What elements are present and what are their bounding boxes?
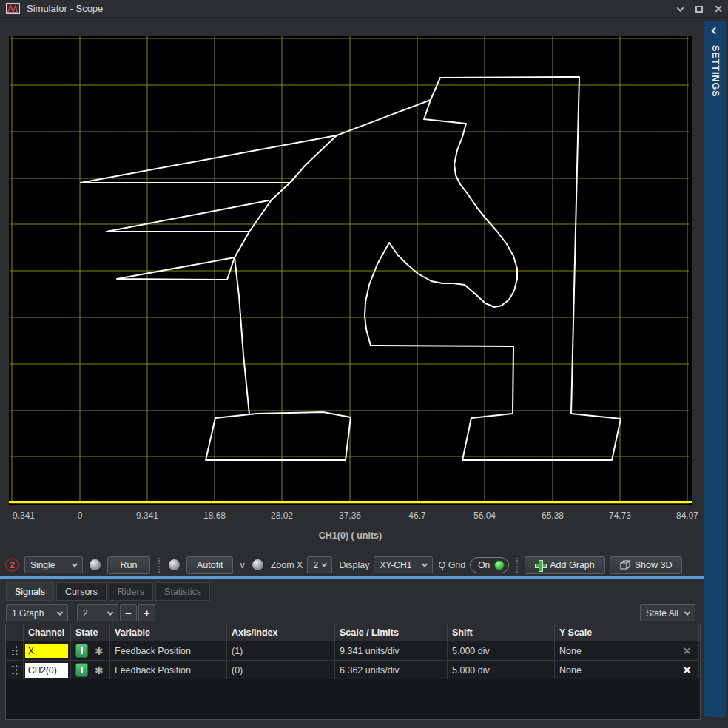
add-graph-button[interactable]: Add Graph [525,556,604,574]
x-tick-label: 46.7 [408,510,425,521]
trace-left-foot [206,412,351,460]
chevron-down-icon [322,561,328,567]
zoomx-status-led [252,559,264,571]
remove-signal-button[interactable]: − [120,604,137,621]
window-maximize-button[interactable] [692,2,706,16]
chevron-down-icon [684,609,690,615]
y-scale-cell[interactable]: None [555,660,675,679]
autofit-caret[interactable]: v [240,560,244,570]
drag-handle-icon[interactable] [11,645,18,656]
trace-knight-outline [81,77,621,460]
header-drag [6,624,24,641]
chevron-down-icon [676,4,684,12]
axis-index-cell[interactable]: (1) [227,641,335,660]
channel-field[interactable]: CH2(0) [25,663,68,678]
show-3d-button[interactable]: Show 3D [610,556,683,574]
row-cell: ✱ [71,641,110,660]
trigger-mode-select[interactable]: Single [24,556,83,573]
window-close-button[interactable]: ✕ [712,2,725,16]
qgrid-state: On [478,560,490,570]
scale-limits-cell[interactable]: 9.341 units/div [335,641,448,660]
row-cell [6,660,24,679]
toolbar-separator [516,558,518,573]
tab-cursors[interactable]: Cursors [56,582,107,601]
header-shift: Shift [448,624,555,641]
scope-count-badge: 2 [5,558,19,572]
trigger-mode-value: Single [30,560,55,570]
scope-toolbar: 2 Single Run Autofit v Zoom X 2 Display … [0,554,703,576]
tab-statistics[interactable]: Statistics [155,582,210,601]
x-tick-label: 56.04 [473,510,496,521]
state-toggle-button[interactable] [75,663,88,677]
autofit-status-led [168,559,181,571]
autofit-button[interactable]: Autofit [186,556,233,574]
zoomx-select[interactable]: 2 [307,556,332,573]
close-icon[interactable]: ✕ [675,664,698,677]
plus-icon [535,560,545,570]
signal-count-select[interactable]: 2 [77,604,118,621]
run-status-led [89,559,101,571]
zoomx-label: Zoom X [271,560,303,570]
header-actions [675,624,699,641]
x-tick-label: 18.68 [203,510,226,521]
close-icon[interactable]: ✕ [675,644,698,658]
axis-index-cell[interactable]: (0) [227,660,335,679]
trace-neck-and-front-leg [235,135,337,414]
x-tick-label: 74.73 [609,510,631,521]
xy-trace-canvas [9,36,692,505]
chevron-down-icon [107,609,113,615]
graph-count-value: 1 Graph [12,608,44,619]
settings-side-tab[interactable]: SETTINGS [704,21,726,717]
shift-cell[interactable]: 5.000 div [448,660,555,679]
scope-plot[interactable] [9,36,692,505]
add-signal-button[interactable]: + [138,604,155,621]
settings-tab-label: SETTINGS [710,45,721,98]
chevron-down-icon [72,561,78,567]
trace-mane-spike-3 [117,257,235,280]
graph-controls-row: 1 Graph 2 − + State All [0,604,703,623]
row-cell: X [24,641,71,660]
asterisk-icon[interactable]: ✱ [95,645,104,657]
tab-riders[interactable]: Riders [109,582,153,601]
variable-cell[interactable]: Feedback Position [110,641,227,660]
run-button[interactable]: Run [107,556,150,574]
show-3d-label: Show 3D [635,560,673,570]
display-value: XY-CH1 [380,560,411,570]
add-graph-label: Add Graph [550,560,594,570]
x-tick-label: 37.36 [339,510,361,521]
shift-cell[interactable]: 5.000 div [448,641,555,660]
display-label: Display [339,560,369,570]
signals-panel: Channel State Variable Axis/Index Scale … [5,624,701,720]
graph-count-select[interactable]: 1 Graph [6,604,68,621]
row-cell: CH2(0) [24,660,71,679]
bottom-tabbar: Signals Cursors Riders Statistics [6,582,210,601]
variable-cell[interactable]: Feedback Position [110,660,227,679]
titlebar: Simulator - Scope ✕ [0,0,728,18]
app-window: Simulator - Scope ✕ -9.34109.34118.6828.… [0,0,728,728]
header-axis-index: Axis/Index [227,624,335,641]
y-scale-cell[interactable]: None [555,641,675,660]
asterisk-icon[interactable]: ✱ [95,664,104,676]
state-all-select[interactable]: State All [640,604,695,621]
channel-field[interactable]: X [25,644,68,658]
scale-limits-cell[interactable]: 6.362 units/div [335,660,448,679]
app-waveform-icon [6,3,20,14]
chevron-down-icon [422,561,428,567]
trace-mane-spike-2 [107,200,269,232]
panel-splitter[interactable] [0,576,704,579]
display-select[interactable]: XY-CH1 [374,556,433,573]
x-tick-label: 84.07 [676,510,698,521]
toolbar-separator [158,558,160,573]
header-variable: Variable [110,624,227,641]
drag-handle-icon[interactable] [11,664,18,675]
state-toggle-button[interactable] [75,644,88,658]
row-cell: ✱ [71,660,110,679]
table-row: CH2(0) ✱ Feedback Position (0) 6.362 uni… [6,660,700,679]
signal-count-value: 2 [83,608,88,619]
chevron-left-icon [712,27,719,35]
qgrid-toggle[interactable]: On [470,557,509,573]
row-cell: ✕ [675,660,699,679]
window-collapse-button[interactable] [673,2,687,16]
tab-signals[interactable]: Signals [6,582,54,601]
header-scale-limits: Scale / Limits [335,624,448,641]
